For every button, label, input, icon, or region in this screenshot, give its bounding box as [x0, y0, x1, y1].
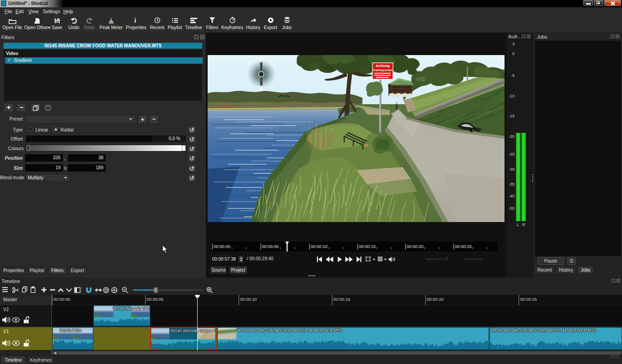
svg-text:Trainingszone!: Trainingszone! — [373, 69, 392, 71]
svg-text:Achtung: Achtung — [376, 64, 390, 68]
svg-text:00:00:15: 00:00:15 — [359, 244, 376, 249]
svg-text:00:00:05: 00:00:05 — [262, 244, 279, 249]
svg-text:00:00:10: 00:00:10 — [311, 244, 327, 249]
svg-text:00:00:20: 00:00:20 — [407, 244, 423, 249]
svg-text:00:00:00: 00:00:00 — [214, 244, 230, 249]
svg-text:00:00:25: 00:00:25 — [455, 244, 472, 249]
